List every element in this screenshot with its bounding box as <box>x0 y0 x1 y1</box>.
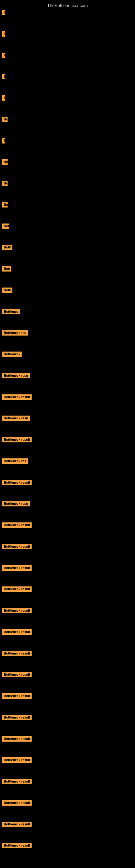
list-item: Bottleneck result <box>0 585 135 593</box>
list-item: Bottleneck resu <box>0 499 135 508</box>
bottleneck-label: B <box>2 74 5 79</box>
bottleneck-label: Bottlenec <box>2 309 20 314</box>
list-item: Bottleneck result <box>0 692 135 701</box>
bottleneck-label: Bo <box>2 117 8 122</box>
list-item: Bottleneck result <box>0 820 135 829</box>
list-item: E <box>0 51 135 60</box>
bottleneck-label: Bottleneck result <box>2 608 32 613</box>
bottleneck-label: Bot <box>2 223 9 229</box>
list-item: Bottl <box>0 286 135 294</box>
bottleneck-label: Bo <box>2 181 8 186</box>
list-item: Bottleneck <box>0 350 135 359</box>
bottleneck-label: B <box>2 138 5 144</box>
list-item: Bottleneck result <box>0 777 135 786</box>
list-item: Bottleneck res <box>0 457 135 465</box>
list-item: B <box>0 136 135 145</box>
bottleneck-label: Bottleneck result <box>2 779 32 784</box>
bottleneck-label: Bottleneck result <box>2 822 32 827</box>
bottleneck-label: Bottleneck resu <box>2 373 30 378</box>
bottleneck-label: Bottleneck result <box>2 586 32 592</box>
list-item: Bottlenec <box>0 307 135 316</box>
bottleneck-label: Bottleneck res <box>2 458 28 464</box>
list-item: Bottleneck result <box>0 435 135 444</box>
bottleneck-label: Bottleneck res <box>2 330 28 336</box>
bottleneck-label: E <box>2 53 5 58</box>
list-item: Bottleneck result <box>0 478 135 487</box>
bottleneck-label: I <box>2 10 5 15</box>
bottleneck-label: Bott <box>2 266 11 272</box>
bottleneck-label: Bottleneck result <box>2 651 32 656</box>
bottleneck-label: Bottleneck result <box>2 437 32 442</box>
list-item: Bottleneck res <box>0 329 135 337</box>
list-item: I <box>0 30 135 38</box>
list-item: Bottleneck result <box>0 393 135 401</box>
list-item: Bottl <box>0 243 135 252</box>
bottleneck-label: Bottleneck result <box>2 522 32 528</box>
bottleneck-label: Bottleneck resu <box>2 501 30 506</box>
bottleneck-label: Bottleneck result <box>2 565 32 571</box>
list-item: B <box>0 94 135 102</box>
bottleneck-label: Bottleneck result <box>2 800 32 806</box>
bottleneck-label: Bottleneck result <box>2 693 32 699</box>
list-item: Bottleneck result <box>0 670 135 679</box>
list-item: Bottleneck result <box>0 628 135 637</box>
list-item: Bottleneck result <box>0 542 135 551</box>
bottleneck-label: Bo <box>2 159 8 165</box>
list-item: Bo <box>0 200 135 209</box>
list-item: Bo <box>0 115 135 124</box>
list-item: B <box>0 72 135 81</box>
list-item: I <box>0 8 135 17</box>
bottleneck-label: Bottleneck result <box>2 715 32 720</box>
bottleneck-label: Bottleneck result <box>2 629 32 635</box>
bottleneck-label: Bottleneck result <box>2 672 32 677</box>
list-item: Bottleneck resu <box>0 371 135 380</box>
bottleneck-label: Bottl <box>2 287 12 293</box>
bottleneck-label: Bottleneck result <box>2 544 32 549</box>
list-item: Bo <box>0 158 135 166</box>
list-item: Bot <box>0 222 135 230</box>
bottleneck-label: I <box>2 31 5 37</box>
list-item: Bo <box>0 179 135 188</box>
list-item: Bottleneck result <box>0 756 135 764</box>
list-item: Bottleneck result <box>0 564 135 572</box>
bottleneck-label: Bottleneck result <box>2 736 32 742</box>
bottleneck-label: B <box>2 95 5 101</box>
bottleneck-label: Bottleneck result <box>2 843 32 848</box>
bottleneck-label: Bottleneck resu <box>2 415 30 421</box>
bottleneck-label: Bottleneck <box>2 351 21 357</box>
list-item: Bott <box>0 265 135 273</box>
list-item: Bottleneck result <box>0 799 135 807</box>
bottleneck-label: Bo <box>2 202 8 208</box>
list-item: Bottleneck result <box>0 735 135 743</box>
bottleneck-label: Bottleneck result <box>2 394 32 400</box>
list-item: Bottleneck result <box>0 841 135 850</box>
bottleneck-label: Bottleneck result <box>2 757 32 763</box>
list-item: Bottleneck result <box>0 649 135 658</box>
bottleneck-label: Bottl <box>2 245 12 250</box>
bottleneck-label: Bottleneck result <box>2 480 32 485</box>
list-item: Bottleneck result <box>0 713 135 722</box>
list-item: Bottleneck result <box>0 521 135 529</box>
list-item: Bottleneck resu <box>0 414 135 423</box>
list-item: Bottleneck result <box>0 606 135 615</box>
